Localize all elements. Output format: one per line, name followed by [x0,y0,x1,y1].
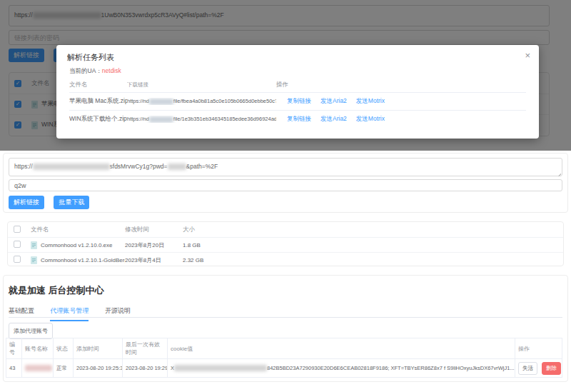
current-ua-line: 当前的UA：netdisk [69,67,121,76]
tab-open-source-notes[interactable]: 开源说明 [105,303,131,320]
batch-download-button[interactable]: 批量下载 [54,196,89,209]
deactivate-button[interactable]: 失活 [518,362,537,375]
file-name: WIN系统下载给个.zip [69,115,127,124]
redacted-url-segment [33,164,110,170]
parsed-files-card: 文件名 修改时间 大小 Commonhood v1.2.10.0.exe 202… [7,221,564,266]
ua-value: netdisk [102,67,121,74]
extract-code-input[interactable] [9,179,562,191]
row-actions: 复制链接发送Aria2发送Motrix [276,97,526,106]
modified-date: 2023年8月4日 [125,256,183,264]
redacted-pwd-segment [168,164,186,170]
account-actions: 失活 删除 [515,359,562,378]
parse-table-row: WIN系统下载给个.zip https://ndfile/1e3b351eb34… [69,110,526,128]
files-row[interactable]: Commonhood v1.2.10.1-GoldBerg.exe 2023年8… [8,252,563,266]
col-actions: 操作 [276,81,526,89]
copy-link-button[interactable]: 复制链接 [287,115,311,122]
files-header-row: 文件名 修改时间 大小 [8,222,563,237]
download-link: https://ndfile/fbea4a0b81a5c0e105b0665d0… [127,98,276,105]
col-added-time: 添加时间 [74,338,123,359]
admin-title: 就是加速 后台控制中心 [9,284,104,297]
proxy-account-table: 编号 账号名称 状态 添加时间 最后一次有效时间 cookie值 操作 43 正… [6,338,562,378]
col-modified: 修改时间 [125,226,183,234]
file-icon [31,241,37,249]
row-actions: 复制链接发送Aria2发送Motrix [276,115,526,124]
share-url-textarea[interactable]: https://sfdsMrvwCy1g?pwd=&path=%2F [9,158,562,176]
col-actions: 操作 [515,338,562,359]
parse-table-header: 文件名 下载链接 操作 [69,78,526,92]
redacted-link-segment [149,116,173,123]
col-status: 状态 [54,338,74,359]
cookie-tail: 842B5BD23A7290930E20D6E6CEAB02818F9186; … [267,365,515,371]
send-motrix-button[interactable]: 发送Motrix [356,97,385,104]
ua-label: 当前的UA： [69,67,102,74]
modal-title: 解析任务列表 [67,52,114,63]
add-proxy-account-button[interactable]: 添加代理账号 [9,323,53,339]
account-name [22,359,54,378]
link-head: https://nd [127,98,149,104]
col-account-name: 账号名称 [22,338,54,359]
url-tail: &path=%2F [186,163,218,170]
send-aria2-button[interactable]: 发送Aria2 [320,115,347,122]
account-row: 43 正常 2023-08-20 19:25:32 2023-08-20 19:… [6,359,562,378]
col-size: 大小 [183,226,563,234]
col-file-name: 文件名 [31,226,125,234]
close-icon[interactable]: × [525,50,530,61]
redacted-account-name [25,365,52,371]
file-icon [31,256,37,264]
last-valid-time: 2023-08-20 19:29:18 [123,359,168,378]
added-time: 2023-08-20 19:25:32 [74,359,123,378]
parse-task-modal: 解析任务列表 × 当前的UA：netdisk 文件名 下载链接 操作 苹果电脑 … [56,45,539,139]
delete-button[interactable]: 删除 [542,362,561,375]
send-motrix-button[interactable]: 发送Motrix [356,115,385,122]
modified-date: 2023年8月20日 [125,241,183,249]
parse-link-button[interactable]: 解析链接 [9,196,44,209]
tab-proxy-accounts[interactable]: 代理账号管理 [50,303,89,321]
link-tail: file/fbea4a0b81a5c0e105b0665d0ebbe50c?bk… [173,98,276,104]
col-cookie: cookie值 [168,338,515,359]
redacted-cookie-segment [174,365,267,371]
parse-table-row: 苹果电脑 Mac系统.zip https://ndfile/fbea4a0b81… [69,92,526,110]
file-name: Commonhood v1.2.10.1-GoldBerg.exe [41,257,125,263]
files-row[interactable]: Commonhood v1.2.10.0.exe 2023年8月20日 1.8 … [8,237,563,252]
parse-result-table: 文件名 下载链接 操作 苹果电脑 Mac系统.zip https://ndfil… [69,78,526,128]
row-checkbox[interactable] [14,256,21,263]
account-id: 43 [6,359,22,378]
url-mid: sfdsMrvwCy1g?pwd= [110,163,168,170]
account-table-header: 编号 账号名称 状态 添加时间 最后一次有效时间 cookie值 操作 [6,338,562,359]
redacted-link-segment [149,99,173,105]
url-scheme: https:// [14,163,33,170]
col-id: 编号 [6,338,22,359]
file-name: Commonhood v1.2.10.0.exe [41,242,113,248]
copy-link-button[interactable]: 复制链接 [287,97,311,104]
link-tail: file/1e3b351eb346345185edee36d96924ad?bk… [173,116,276,122]
col-file-name: 文件名 [69,81,127,89]
cookie-value: X842B5BD23A7290930E20D6E6CEAB02818F9186;… [168,359,515,378]
send-aria2-button[interactable]: 发送Aria2 [320,97,347,104]
download-link: https://ndfile/1e3b351eb346345185edee36d… [127,116,276,123]
col-last-valid-time: 最后一次有效时间 [123,338,168,359]
row-checkbox[interactable] [14,241,21,248]
col-download-link: 下载链接 [127,81,276,89]
tab-basic-config[interactable]: 基础配置 [9,303,34,320]
select-all-checkbox[interactable] [14,226,21,233]
admin-tabs: 基础配置 代理账号管理 开源说明 [9,303,562,318]
mid-action-buttons: 解析链接 批量下载 [9,194,96,209]
file-size: 2.32 GB [183,257,563,263]
file-name: 苹果电脑 Mac系统.zip [69,97,127,106]
account-status: 正常 [54,359,74,378]
link-head: https://nd [127,116,149,122]
file-size: 1.8 GB [183,242,563,248]
